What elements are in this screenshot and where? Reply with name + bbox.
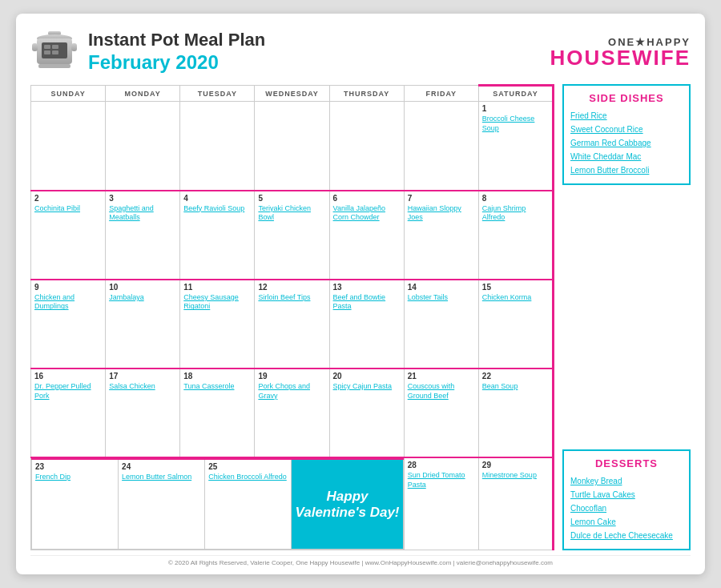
- meal-beefy-ravioli-soup[interactable]: Beefy Ravioli Soup: [183, 204, 251, 214]
- meal-teriyaki-chicken-bowl[interactable]: Teriyaki Chicken Bowl: [258, 204, 325, 223]
- svg-rect-7: [52, 50, 58, 54]
- day-13: 13 Beef and Bowtie Pasta: [329, 280, 404, 369]
- th-saturday: SATURDAY: [478, 86, 553, 102]
- meal-lemon-butter-salmon[interactable]: Lemon Butter Salmon: [122, 473, 201, 482]
- meal-spaghetti-meatballs[interactable]: Spaghetti and Meatballs: [109, 204, 176, 223]
- day-23-valentine: 23 French Dip 24 Lemon Butter Salmon 25: [31, 457, 405, 550]
- day-19: 19 Pork Chops and Gravy: [255, 369, 329, 457]
- day-empty: [404, 102, 478, 191]
- day-num: 15: [482, 283, 549, 292]
- meal-cajun-shrimp-alfredo[interactable]: Cajun Shrimp Alfredo: [482, 204, 549, 223]
- meal-salsa-chicken[interactable]: Salsa Chicken: [109, 382, 176, 392]
- brand: ONE★HAPPY HOUSEWIFE: [550, 37, 691, 68]
- main-title: Instant Pot Meal Plan: [88, 30, 265, 50]
- week-row-5: 23 French Dip 24 Lemon Butter Salmon 25: [31, 457, 554, 550]
- subtitle: February 2020: [88, 51, 265, 75]
- day-14: 14 Lobster Tails: [404, 280, 478, 369]
- day-num: 25: [208, 462, 288, 471]
- sidebar-fried-rice[interactable]: Fried Rice: [570, 109, 683, 123]
- svg-rect-5: [52, 45, 58, 49]
- day-num: 5: [258, 194, 325, 203]
- valentine-text: Happy Valentine's Day!: [296, 489, 400, 520]
- day-num: 23: [35, 462, 115, 471]
- sidebar-german-red-cabbage[interactable]: German Red Cabbage: [570, 136, 683, 150]
- meal-minestrone-soup[interactable]: Minestrone Soup: [482, 471, 549, 481]
- th-sunday: SUNDAY: [31, 86, 106, 102]
- day-24: 24 Lemon Butter Salmon: [119, 459, 205, 549]
- day-15: 15 Chicken Korma: [478, 280, 553, 369]
- page: Instant Pot Meal Plan February 2020 ONE★…: [16, 14, 705, 574]
- meal-sirloin-beef-tips[interactable]: Sirloin Beef Tips: [258, 293, 325, 303]
- meal-dr-pepper-pulled-pork[interactable]: Dr. Pepper Pulled Pork: [34, 382, 102, 401]
- meal-beef-bowtie-pasta[interactable]: Beef and Bowtie Pasta: [333, 293, 401, 312]
- meal-french-dip[interactable]: French Dip: [35, 473, 115, 482]
- sidebar-chocoflan[interactable]: Chocoflan: [570, 501, 683, 515]
- sidebar-spacer: [562, 191, 691, 443]
- footer: © 2020 All Rights Reserved, Valerie Coop…: [30, 555, 691, 566]
- th-tuesday: TUESDAY: [180, 86, 255, 102]
- sidebar-dulce-leche-cheesecake[interactable]: Dulce de Leche Cheesecake: [570, 529, 683, 542]
- day-18: 18 Tuna Casserole: [180, 369, 255, 457]
- day-num: 11: [183, 283, 251, 292]
- day-10: 10 Jambalaya: [106, 280, 180, 369]
- day-num: 19: [258, 372, 325, 381]
- meal-cheesy-sausage-rigatoni[interactable]: Cheesy Sausage Rigatoni: [183, 293, 251, 312]
- th-friday: FRIDAY: [404, 86, 478, 102]
- day-5: 5 Teriyaki Chicken Bowl: [255, 191, 329, 280]
- day-16: 16 Dr. Pepper Pulled Pork: [31, 369, 106, 457]
- sidebar-sweet-coconut-rice[interactable]: Sweet Coconut Rice: [570, 123, 683, 136]
- day-num: 13: [333, 283, 401, 292]
- day-empty: [329, 102, 404, 191]
- sidebar-lemon-butter-broccoli[interactable]: Lemon Butter Broccoli: [570, 163, 683, 177]
- side-dishes-title: SIDE DISHES: [570, 92, 683, 104]
- day-8: 8 Cajun Shrimp Alfredo: [478, 191, 553, 280]
- week-row-2: 2 Cochinita Pibil 3 Spaghetti and Meatba…: [31, 191, 554, 280]
- week-row-1: 1 Broccoli Cheese Soup: [31, 102, 554, 191]
- meal-bean-soup[interactable]: Bean Soup: [482, 382, 549, 392]
- meal-cochinita-pibil[interactable]: Cochinita Pibil: [34, 204, 102, 214]
- day-2: 2 Cochinita Pibil: [31, 191, 106, 280]
- footer-text: © 2020 All Rights Reserved, Valerie Coop…: [168, 559, 553, 566]
- meal-chicken-broccoli-alfredo[interactable]: Chicken Broccoli Alfredo: [208, 473, 288, 482]
- day-num: 4: [183, 194, 251, 203]
- meal-chicken-korma[interactable]: Chicken Korma: [482, 293, 549, 303]
- meal-broccoli-cheese-soup[interactable]: Broccoli Cheese Soup: [482, 115, 549, 133]
- day-22: 22 Bean Soup: [478, 369, 553, 457]
- day-11: 11 Cheesy Sausage Rigatoni: [180, 280, 255, 369]
- day-25: 25 Chicken Broccoli Alfredo: [205, 459, 292, 549]
- day-6: 6 Vanilla Jalapeño Corn Chowder: [329, 191, 404, 280]
- meal-vanilla-jalapeno-corn-chowder[interactable]: Vanilla Jalapeño Corn Chowder: [333, 204, 401, 223]
- meal-tuna-casserole[interactable]: Tuna Casserole: [183, 382, 251, 392]
- meal-jambalaya[interactable]: Jambalaya: [109, 293, 176, 303]
- sidebar-turtle-lava-cakes[interactable]: Turtle Lava Cakes: [570, 488, 683, 501]
- calendar-table: SUNDAY MONDAY TUESDAY WEDNESDAY THURSDAY…: [30, 84, 554, 550]
- day-7: 7 Hawaiian Sloppy Joes: [404, 191, 478, 280]
- th-wednesday: WEDNESDAY: [255, 86, 329, 102]
- svg-rect-10: [38, 64, 70, 68]
- sidebar-white-cheddar-mac[interactable]: White Cheddar Mac: [570, 150, 683, 163]
- day-num: 6: [333, 194, 401, 203]
- instant-pot-icon: [30, 28, 79, 76]
- meal-pork-chops-gravy[interactable]: Pork Chops and Gravy: [258, 382, 325, 401]
- day-empty: [106, 102, 180, 191]
- meal-hawaiian-sloppy-joes[interactable]: Hawaiian Sloppy Joes: [408, 204, 475, 223]
- day-num: 14: [408, 283, 475, 292]
- calendar-section: SUNDAY MONDAY TUESDAY WEDNESDAY THURSDAY…: [30, 84, 554, 550]
- days-header-row: SUNDAY MONDAY TUESDAY WEDNESDAY THURSDAY…: [31, 86, 554, 102]
- header-left: Instant Pot Meal Plan February 2020: [30, 28, 265, 76]
- desserts-title: DESSERTS: [570, 457, 683, 469]
- day-empty: [180, 102, 255, 191]
- brand-bottom: HOUSEWIFE: [550, 47, 691, 68]
- day-num: 1: [482, 104, 549, 113]
- meal-chicken-dumplings[interactable]: Chicken and Dumplings: [34, 293, 102, 312]
- sidebar-lemon-cake[interactable]: Lemon Cake: [570, 515, 683, 529]
- svg-rect-8: [32, 43, 38, 51]
- meal-lobster-tails[interactable]: Lobster Tails: [408, 293, 475, 303]
- meal-sun-dried-tomato-pasta[interactable]: Sun Dried Tomato Pasta: [408, 471, 475, 489]
- sidebar: SIDE DISHES Fried Rice Sweet Coconut Ric…: [562, 84, 691, 550]
- meal-couscous-ground-beef[interactable]: Couscous with Ground Beef: [408, 382, 475, 401]
- sidebar-monkey-bread[interactable]: Monkey Bread: [570, 474, 683, 488]
- meal-spicy-cajun-pasta[interactable]: Spicy Cajun Pasta: [333, 382, 401, 392]
- svg-rect-6: [44, 50, 50, 54]
- day-num: 3: [109, 194, 176, 203]
